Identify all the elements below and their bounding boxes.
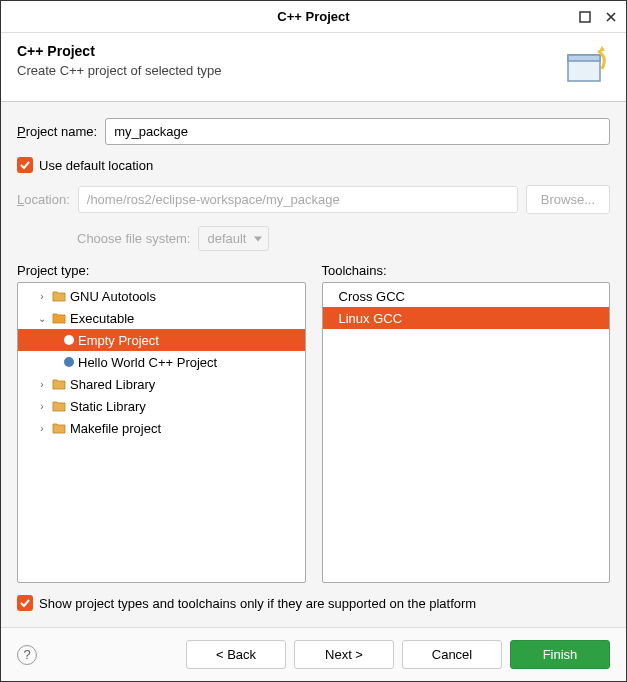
chevron-right-icon[interactable]: ›: [36, 423, 48, 434]
project-name-row: Project name:: [17, 118, 610, 145]
chevron-right-icon[interactable]: ›: [36, 401, 48, 412]
file-system-row: Choose file system: default: [17, 226, 610, 251]
svg-rect-0: [580, 12, 590, 22]
tree-folder[interactable]: ›Static Library: [18, 395, 305, 417]
tree-leaf[interactable]: Hello World C++ Project: [18, 351, 305, 373]
tree-folder[interactable]: ›Shared Library: [18, 373, 305, 395]
project-name-input[interactable]: [105, 118, 610, 145]
bullet-icon: [64, 335, 74, 345]
close-icon[interactable]: [602, 8, 620, 26]
location-label: Location:: [17, 192, 70, 207]
wizard-icon: [562, 43, 610, 91]
checkbox-icon: [17, 157, 33, 173]
supported-only-label: Show project types and toolchains only i…: [39, 596, 476, 611]
tree-folder[interactable]: ›Makefile project: [18, 417, 305, 439]
svg-rect-2: [568, 55, 600, 61]
toolchains-panel: Toolchains: Cross GCCLinux GCC: [322, 263, 611, 583]
tree-folder[interactable]: ›GNU Autotools: [18, 285, 305, 307]
browse-button: Browse...: [526, 185, 610, 214]
chevron-down-icon[interactable]: ⌄: [36, 313, 48, 324]
finish-button[interactable]: Finish: [510, 640, 610, 669]
window-controls: [576, 8, 620, 26]
project-name-label: Project name:: [17, 124, 97, 139]
project-type-panel: Project type: ›GNU Autotools⌄ExecutableE…: [17, 263, 306, 583]
supported-only-checkbox[interactable]: Show project types and toolchains only i…: [17, 595, 610, 611]
checkbox-icon: [17, 595, 33, 611]
bullet-icon: [64, 357, 74, 367]
svg-marker-3: [599, 46, 605, 51]
tree-folder[interactable]: ⌄Executable: [18, 307, 305, 329]
project-type-label: Project type:: [17, 263, 306, 278]
location-input: [78, 186, 518, 213]
toolchains-list[interactable]: Cross GCCLinux GCC: [322, 282, 611, 583]
next-button[interactable]: Next >: [294, 640, 394, 669]
wizard-header: C++ Project Create C++ project of select…: [1, 33, 626, 102]
tree-leaf[interactable]: Empty Project: [18, 329, 305, 351]
file-system-select: default: [198, 226, 269, 251]
project-type-tree[interactable]: ›GNU Autotools⌄ExecutableEmpty ProjectHe…: [17, 282, 306, 583]
wizard-content: Project name: Use default location Locat…: [1, 102, 626, 627]
use-default-location-checkbox[interactable]: Use default location: [17, 157, 610, 173]
help-icon[interactable]: ?: [17, 645, 37, 665]
maximize-icon[interactable]: [576, 8, 594, 26]
titlebar: C++ Project: [1, 1, 626, 33]
page-title: C++ Project: [17, 43, 562, 59]
use-default-location-label: Use default location: [39, 158, 153, 173]
list-item[interactable]: Linux GCC: [323, 307, 610, 329]
wizard-footer: ? < Back Next > Cancel Finish: [1, 627, 626, 681]
chevron-right-icon[interactable]: ›: [36, 291, 48, 302]
type-toolchain-panels: Project type: ›GNU Autotools⌄ExecutableE…: [17, 263, 610, 583]
file-system-label: Choose file system:: [77, 231, 190, 246]
back-button[interactable]: < Back: [186, 640, 286, 669]
window-title: C++ Project: [277, 9, 349, 24]
cancel-button[interactable]: Cancel: [402, 640, 502, 669]
toolchains-label: Toolchains:: [322, 263, 611, 278]
chevron-right-icon[interactable]: ›: [36, 379, 48, 390]
list-item[interactable]: Cross GCC: [323, 285, 610, 307]
location-row: Location: Browse...: [17, 185, 610, 214]
page-description: Create C++ project of selected type: [17, 63, 562, 78]
